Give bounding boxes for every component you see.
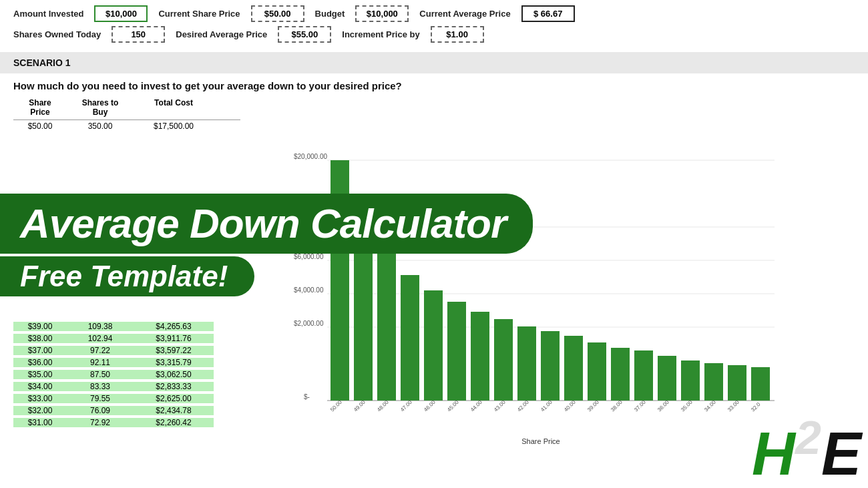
row-share-price: $33.00 bbox=[13, 394, 67, 403]
bar-43 bbox=[494, 319, 513, 401]
bar-34 bbox=[704, 363, 723, 401]
col-share-price: SharePrice bbox=[13, 98, 67, 117]
overlay-subtitle: Free Template! bbox=[20, 262, 228, 291]
bar-41 bbox=[541, 331, 560, 401]
x-axis-label: Share Price bbox=[521, 437, 560, 445]
svg-text:$-: $- bbox=[304, 393, 310, 401]
bar-33 bbox=[728, 365, 746, 401]
row-shares-to-buy: 109.38 bbox=[67, 322, 134, 331]
row-share-price: $38.00 bbox=[13, 334, 67, 343]
scenario-question: How much do you need to invest to get yo… bbox=[0, 73, 868, 95]
bar-chart: $20,000.00 $8,000.00 $6,000.00 $4,000.00… bbox=[267, 147, 788, 454]
table-row: $31.00 72.92 $2,260.42 bbox=[13, 417, 214, 429]
data-table: SharePrice Shares toBuy Total Cost $50.0… bbox=[13, 95, 240, 132]
row-share-price: $32.00 bbox=[13, 406, 67, 415]
top-share-price: $50.00 bbox=[13, 121, 67, 131]
row-total-cost: $3,062.50 bbox=[134, 370, 214, 379]
amount-invested-label: Amount Invested bbox=[13, 9, 83, 19]
row-total-cost: $4,265.63 bbox=[134, 322, 214, 331]
table-row: $39.00 109.38 $4,265.63 bbox=[13, 320, 214, 332]
row-shares-to-buy: 97.22 bbox=[67, 346, 134, 355]
bar-39 bbox=[588, 342, 606, 401]
svg-text:$20,000.00: $20,000.00 bbox=[294, 153, 327, 160]
row-shares-to-buy: 92.11 bbox=[67, 358, 134, 367]
svg-text:39.00: 39.00 bbox=[586, 399, 600, 413]
svg-text:36.00: 36.00 bbox=[656, 399, 670, 413]
row-shares-to-buy: 79.55 bbox=[67, 394, 134, 403]
row-total-cost: $2,260.42 bbox=[134, 418, 214, 427]
svg-text:40.00: 40.00 bbox=[563, 399, 577, 413]
current-share-price-input[interactable]: $50.00 bbox=[251, 5, 304, 22]
svg-text:46.00: 46.00 bbox=[423, 399, 437, 413]
svg-text:50.00: 50.00 bbox=[329, 399, 343, 413]
bar-42 bbox=[517, 326, 536, 401]
row-share-price: $36.00 bbox=[13, 358, 67, 367]
svg-text:42.00: 42.00 bbox=[516, 399, 530, 413]
increment-price-input[interactable]: $1.00 bbox=[431, 26, 484, 43]
increment-price-label: Increment Price by bbox=[342, 29, 419, 39]
svg-text:43.00: 43.00 bbox=[493, 399, 507, 413]
row-total-cost: $2,625.00 bbox=[134, 394, 214, 403]
table-area: SharePrice Shares toBuy Total Cost $50.0… bbox=[0, 95, 868, 132]
logo-h-letter: H bbox=[752, 421, 795, 487]
svg-text:49.00: 49.00 bbox=[353, 399, 367, 413]
bottom-table: $39.00 109.38 $4,265.63 $38.00 102.94 $3… bbox=[13, 320, 214, 429]
row-share-price: $35.00 bbox=[13, 370, 67, 379]
subtitle-banner: Free Template! bbox=[0, 256, 254, 296]
svg-text:35.00: 35.00 bbox=[680, 399, 694, 413]
shares-owned-input[interactable]: 150 bbox=[112, 26, 165, 43]
row-total-cost: $3,911.76 bbox=[134, 334, 214, 343]
inputs-row-2: Shares Owned Today 150 Desired Average P… bbox=[13, 26, 855, 43]
row-share-price: $31.00 bbox=[13, 418, 67, 427]
row-share-price: $34.00 bbox=[13, 382, 67, 391]
bar-32 bbox=[751, 367, 770, 401]
amount-invested-input[interactable]: $10,000 bbox=[94, 5, 148, 22]
bar-44 bbox=[471, 312, 489, 401]
bar-40 bbox=[564, 336, 583, 401]
current-avg-price-value: $ 66.67 bbox=[521, 5, 575, 22]
svg-text:47.00: 47.00 bbox=[399, 399, 413, 413]
top-total-cost: $17,500.00 bbox=[134, 121, 214, 131]
current-avg-price-label: Current Average Price bbox=[419, 9, 510, 19]
top-shares-to-buy: 350.00 bbox=[67, 121, 134, 131]
row-shares-to-buy: 76.09 bbox=[67, 406, 134, 415]
current-share-price-label: Current Share Price bbox=[158, 9, 240, 19]
desired-avg-price-label: Desired Average Price bbox=[176, 29, 267, 39]
svg-text:41.00: 41.00 bbox=[539, 399, 554, 413]
top-inputs-area: Amount Invested $10,000 Current Share Pr… bbox=[0, 0, 868, 52]
desired-avg-price-input[interactable]: $55.00 bbox=[278, 26, 331, 43]
bar-46 bbox=[424, 290, 443, 401]
budget-label: Budget bbox=[315, 9, 345, 19]
table-row: $35.00 87.50 $3,062.50 bbox=[13, 369, 214, 381]
scenario-header: SCENARIO 1 bbox=[0, 52, 868, 73]
table-row: $32.00 76.09 $2,434.78 bbox=[13, 405, 214, 417]
table-header-row: SharePrice Shares toBuy Total Cost bbox=[13, 95, 240, 120]
budget-input[interactable]: $10,000 bbox=[355, 5, 409, 22]
svg-text:38.00: 38.00 bbox=[610, 399, 624, 413]
bar-45 bbox=[447, 302, 466, 401]
overlay-title: Average Down Calculator bbox=[20, 203, 506, 244]
title-banner: Average Down Calculator bbox=[0, 194, 533, 254]
table-row: $38.00 102.94 $3,911.76 bbox=[13, 332, 214, 344]
bar-36 bbox=[658, 356, 676, 401]
row-share-price: $39.00 bbox=[13, 322, 67, 331]
table-row: $37.00 97.22 $3,597.22 bbox=[13, 344, 214, 356]
row-shares-to-buy: 102.94 bbox=[67, 334, 134, 343]
svg-text:45.00: 45.00 bbox=[446, 399, 460, 413]
table-row: $36.00 92.11 $3,315.79 bbox=[13, 356, 214, 369]
table-row: $33.00 79.55 $2,625.00 bbox=[13, 393, 214, 405]
inputs-row-1: Amount Invested $10,000 Current Share Pr… bbox=[13, 5, 855, 22]
logo-2-letter: 2 bbox=[795, 412, 821, 464]
svg-text:44.00: 44.00 bbox=[469, 399, 483, 413]
row-shares-to-buy: 87.50 bbox=[67, 370, 134, 379]
row-total-cost: $3,597.22 bbox=[134, 346, 214, 355]
row-shares-to-buy: 72.92 bbox=[67, 418, 134, 427]
bar-38 bbox=[611, 348, 630, 401]
col-total-cost: Total Cost bbox=[134, 98, 214, 117]
svg-text:34.00: 34.00 bbox=[703, 399, 717, 413]
row-shares-to-buy: 83.33 bbox=[67, 382, 134, 391]
row-total-cost: $2,434.78 bbox=[134, 406, 214, 415]
col-shares-to-buy: Shares toBuy bbox=[67, 98, 134, 117]
shares-owned-label: Shares Owned Today bbox=[13, 29, 101, 39]
svg-text:37.00: 37.00 bbox=[633, 399, 647, 413]
